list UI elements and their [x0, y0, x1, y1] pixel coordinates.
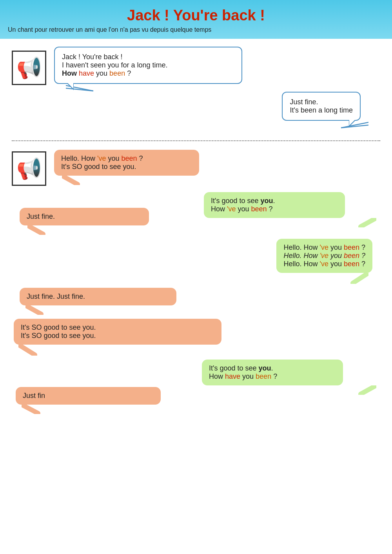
- svg-line-10: [22, 405, 38, 413]
- space2: you: [96, 69, 109, 77]
- itsgood2-line1: It's good to see you.: [209, 364, 336, 372]
- so-good-line1: It's SO good to see you.: [21, 323, 214, 332]
- ve-orange-2: 've: [227, 205, 236, 213]
- green-bubble3-tail: [349, 385, 376, 395]
- ve-orange-4: 've: [319, 252, 328, 260]
- bubble-line3: How have you been ?: [62, 69, 234, 78]
- been-red-2: been: [251, 205, 267, 213]
- svg-line-8: [25, 305, 41, 314]
- bubble-just-fin: Just fin: [16, 387, 161, 405]
- row-justfine-itsgood: Just fine. It's good to see you. How 've…: [12, 192, 380, 235]
- orange-bubble1-tail: [62, 176, 85, 185]
- how-bold: How: [62, 69, 77, 77]
- green-bubble2-tail: [341, 273, 368, 284]
- question1: ?: [127, 69, 131, 77]
- svg-line-9: [18, 345, 35, 355]
- just-fine-2-text: Just fine.: [27, 213, 142, 221]
- row-so-good: It's SO good to see you. It's SO good to…: [12, 319, 380, 356]
- row-justfine-justfine: Just fine. Just fine.: [12, 288, 380, 315]
- hello-line2: It's SO good to see you.: [61, 163, 192, 171]
- you-bold-1: you: [261, 197, 273, 205]
- itsgood2-line2: How have you been ?: [209, 372, 336, 381]
- megaphone-box-1: 📢: [12, 51, 46, 85]
- bubble-hello-howve: Hello. How 've you been ? It's SO good t…: [54, 150, 199, 176]
- orange-bubble3-tail: [25, 305, 49, 315]
- have-red-2: have: [225, 372, 240, 380]
- section2: 📢 Hello. How 've you been ? It's SO good…: [12, 147, 380, 188]
- justfine-justfine-text: Just fine. Just fine.: [27, 292, 169, 301]
- hello-line1: Hello. How 've you been ?: [61, 154, 192, 163]
- svg-line-4: [62, 176, 78, 184]
- page-subtitle: Un chant pour retrouver un ami que l'on …: [8, 26, 384, 33]
- bubble-jack-greeting: Jack ! You're back ! I haven't seen you …: [54, 47, 242, 84]
- megaphone-icon-1: 📢: [16, 56, 42, 80]
- col-justfin: Just fin: [16, 360, 194, 414]
- bubble-so-good: It's SO good to see you. It's SO good to…: [14, 319, 221, 345]
- svg-line-7: [353, 273, 368, 283]
- been-red-4: been: [344, 252, 359, 260]
- itsgood-line1: It's good to see you.: [211, 197, 338, 205]
- col-itsgood: It's good to see you. How 've you been ?: [204, 192, 380, 227]
- green-bubble1-tail: [349, 218, 376, 227]
- ve-orange-1: 've: [97, 154, 106, 162]
- triple-line3: Hello. How 've you been ?: [283, 260, 365, 268]
- page-header: Jack ! You're back ! Un chant pour retro…: [0, 0, 392, 39]
- svg-line-6: [361, 218, 376, 227]
- page-title: Jack ! You're back !: [8, 7, 384, 24]
- bubble-itsgood-1: It's good to see you. How 've you been ?: [204, 192, 345, 218]
- main-content: 📢 Jack ! You're back ! I haven't seen yo…: [0, 39, 392, 430]
- orange-bubble2-tail: [27, 225, 51, 235]
- been-orange: been: [109, 69, 125, 77]
- been-red-3: been: [344, 243, 359, 251]
- itsgood-line2: How 've you been ?: [211, 205, 338, 213]
- you-bold-2: you: [259, 364, 271, 372]
- just-fine-line2: It's been a long time: [290, 106, 353, 114]
- been-red-5: been: [344, 260, 359, 268]
- been-orange-2: been: [256, 372, 271, 380]
- orange-bubble5-tail: [22, 405, 45, 414]
- bubble-justfine-justfine: Just fine. Just fine.: [20, 288, 176, 305]
- ve-orange-5: 've: [319, 260, 328, 268]
- col-justfine: Just fine.: [20, 192, 196, 235]
- triple-line1: Hello. How 've you been ?: [283, 243, 365, 252]
- megaphone-box-2: 📢: [12, 151, 46, 186]
- response-area-1: Just fine. It's been a long time: [12, 92, 380, 129]
- bubble-line2: I haven't seen you for a long time.: [62, 61, 234, 69]
- just-fine-line1: Just fine.: [290, 98, 353, 106]
- bubble-just-fine-1: Just fine. It's been a long time: [282, 92, 361, 121]
- bubble-just-fine-2: Just fine.: [20, 208, 149, 225]
- section1: 📢 Jack ! You're back ! I haven't seen yo…: [12, 47, 380, 92]
- orange-bubble4-tail: [18, 345, 42, 356]
- row-bottom: Just fin It's good to see you. How have …: [12, 360, 380, 414]
- just-fin-text: Just fin: [23, 392, 154, 400]
- svg-line-11: [361, 385, 376, 394]
- triple-line2: Hello. How 've you been ?: [283, 252, 365, 260]
- bubble-hello-triple: Hello. How 've you been ? Hello. How 've…: [276, 239, 372, 273]
- row-hello-triple: Hello. How 've you been ? Hello. How 've…: [12, 239, 380, 284]
- col-hello-triple: Hello. How 've you been ? Hello. How 've…: [276, 239, 372, 284]
- been-red-1: been: [122, 154, 137, 162]
- dotted-separator: [12, 140, 380, 141]
- so-good-line2: It's SO good to see you.: [21, 332, 214, 340]
- have-red: have: [79, 69, 94, 77]
- megaphone-icon-2: 📢: [16, 157, 42, 181]
- col-itsgood-2: It's good to see you. How have you been …: [202, 360, 380, 395]
- bubble-itsgood-2: It's good to see you. How have you been …: [202, 360, 343, 385]
- bubble-line1: Jack ! You're back !: [62, 53, 234, 61]
- ve-orange-3: 've: [319, 243, 328, 251]
- svg-line-5: [27, 225, 43, 234]
